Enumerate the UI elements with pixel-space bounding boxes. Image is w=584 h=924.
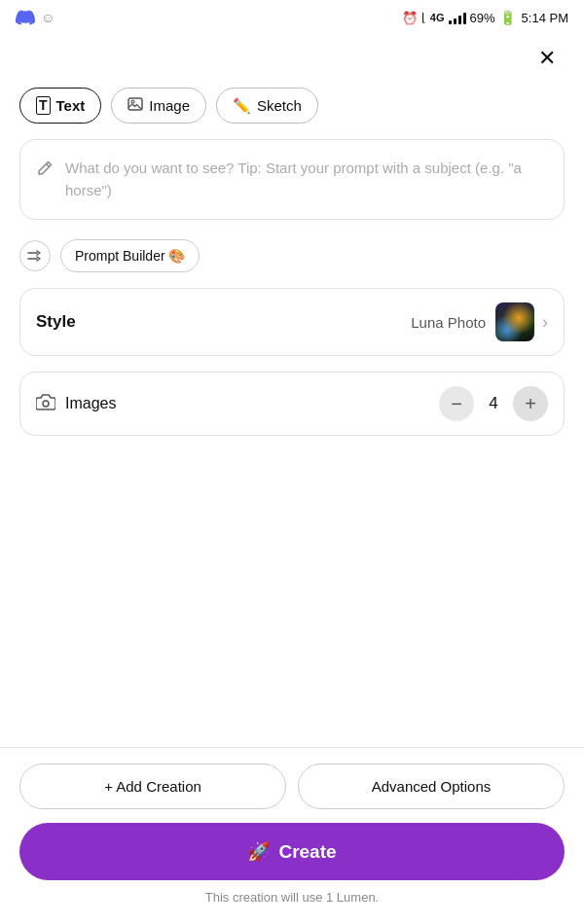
wifi-icon: ⌊ bbox=[421, 11, 426, 24]
close-bar: ✕ bbox=[0, 31, 584, 80]
shuffle-button[interactable] bbox=[19, 240, 51, 271]
time: 5:14 PM bbox=[522, 11, 568, 25]
create-label: Create bbox=[278, 841, 336, 863]
discord-icon bbox=[16, 8, 35, 27]
images-label: Images bbox=[65, 395, 439, 412]
camera-icon bbox=[36, 393, 55, 415]
create-button[interactable]: 🚀 Create bbox=[19, 823, 565, 880]
battery-icon: 🔋 bbox=[499, 10, 516, 25]
image-tab-icon bbox=[128, 96, 143, 115]
status-bar: ☺ ⏰ ⌊ 4G 69% 🔋 5:14 PM bbox=[0, 0, 584, 31]
bottom-section: + Add Creation Advanced Options 🚀 Create… bbox=[0, 747, 584, 924]
tab-row: T Text Image ✏️ Sketch bbox=[0, 80, 584, 139]
image-count-stepper: − 4 + bbox=[439, 386, 548, 421]
sketch-tab-icon: ✏️ bbox=[233, 97, 251, 115]
bottom-buttons: + Add Creation Advanced Options bbox=[19, 764, 565, 809]
lumen-text: This creation will use 1 Lumen. bbox=[205, 890, 379, 905]
prompt-card[interactable]: What do you want to see? Tip: Start your… bbox=[19, 139, 565, 220]
style-label: Style bbox=[36, 312, 411, 332]
text-tab-icon: T bbox=[36, 96, 51, 115]
advanced-options-label: Advanced Options bbox=[372, 778, 492, 795]
status-left: ☺ bbox=[16, 8, 55, 27]
prompt-builder-label: Prompt Builder 🎨 bbox=[75, 248, 185, 264]
prompt-builder-button[interactable]: Prompt Builder 🎨 bbox=[60, 239, 200, 272]
tab-sketch-label: Sketch bbox=[257, 97, 302, 114]
style-value: Luna Photo bbox=[411, 314, 486, 331]
tab-image-label: Image bbox=[149, 97, 190, 114]
lumen-notice: This creation will use 1 Lumen. bbox=[19, 890, 565, 905]
signal-bars bbox=[449, 11, 466, 24]
tab-text-label: Text bbox=[56, 97, 86, 114]
status-right: ⏰ ⌊ 4G 69% 🔋 5:14 PM bbox=[402, 10, 568, 25]
image-count-value: 4 bbox=[474, 394, 513, 413]
increase-count-button[interactable]: + bbox=[513, 386, 548, 421]
network-text: 4G bbox=[430, 12, 445, 23]
prompt-area: What do you want to see? Tip: Start your… bbox=[36, 158, 548, 201]
chevron-right-icon: › bbox=[542, 312, 548, 333]
prompt-placeholder[interactable]: What do you want to see? Tip: Start your… bbox=[65, 158, 548, 201]
style-thumbnail bbox=[495, 302, 534, 341]
images-card: Images − 4 + bbox=[19, 372, 565, 436]
svg-point-2 bbox=[43, 401, 49, 407]
svg-point-1 bbox=[131, 100, 134, 103]
create-emoji: 🚀 bbox=[247, 840, 271, 863]
style-card[interactable]: Style Luna Photo › bbox=[19, 288, 565, 356]
add-creation-label: + Add Creation bbox=[104, 778, 201, 795]
prompt-builder-row: Prompt Builder 🎨 bbox=[0, 235, 584, 288]
advanced-options-button[interactable]: Advanced Options bbox=[298, 764, 565, 809]
mood-icon: ☺ bbox=[41, 10, 55, 25]
tab-image[interactable]: Image bbox=[111, 88, 206, 124]
add-creation-button[interactable]: + Add Creation bbox=[19, 764, 286, 809]
tab-text[interactable]: T Text bbox=[19, 88, 101, 124]
battery-percent: 69% bbox=[470, 11, 495, 25]
pencil-icon bbox=[36, 160, 54, 182]
alarm-icon: ⏰ bbox=[402, 11, 418, 25]
tab-sketch[interactable]: ✏️ Sketch bbox=[216, 88, 318, 124]
decrease-count-button[interactable]: − bbox=[439, 386, 474, 421]
close-button[interactable]: ✕ bbox=[529, 41, 565, 76]
